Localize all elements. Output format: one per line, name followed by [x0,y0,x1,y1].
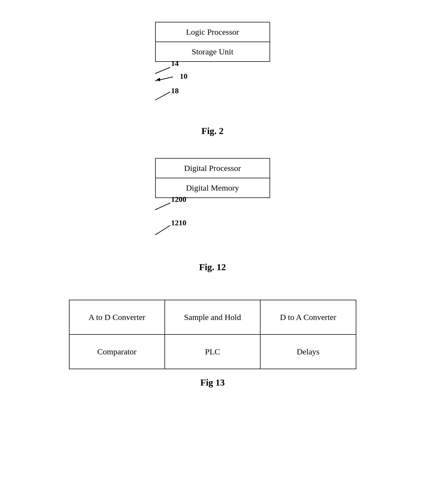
cell-a-to-d-converter: A to D Converter [69,300,165,334]
cell-d-to-a-converter: D to A Converter [260,300,356,334]
fig2-label-18: 18 [171,86,179,95]
fig2-label-10: 10 [180,72,187,80]
fig13-caption: Fig 13 [200,377,225,388]
fig2-storage-unit: Storage Unit [156,42,270,61]
fig12-label-1210: 1210 [171,219,186,227]
fig2-logic-processor: Logic Processor [156,22,270,42]
cell-comparator: Comparator [69,334,165,369]
fig2-section: Logic Processor Storage Unit 14 10 [155,22,270,136]
fig12-box: Digital Processor Digital Memory [155,158,270,198]
fig12-annotations-svg: 1200 1210 [155,198,215,253]
fig2-annotations-svg: 14 10 18 [155,62,210,116]
fig12-digital-memory: Digital Memory [156,178,270,197]
page-container: Logic Processor Storage Unit 14 10 [0,0,425,504]
svg-line-0 [155,67,170,74]
svg-marker-2 [157,78,160,81]
fig2-caption: Fig. 2 [201,126,224,136]
svg-line-5 [155,225,170,235]
fig13-section: A to D Converter Sample and Hold D to A … [69,300,356,388]
fig2-box: Logic Processor Storage Unit [155,22,270,62]
table-row: A to D Converter Sample and Hold D to A … [69,300,356,334]
cell-sample-and-hold: Sample and Hold [165,300,260,334]
fig2-label-14: 14 [171,59,179,68]
fig12-label-1200: 1200 [171,195,186,203]
svg-line-4 [155,203,170,210]
fig12-diagram: Digital Processor Digital Memory 1200 12… [155,158,270,254]
cell-plc: PLC [165,334,260,369]
fig12-digital-processor: Digital Processor [156,159,270,178]
fig13-table: A to D Converter Sample and Hold D to A … [69,300,356,369]
fig12-section: Digital Processor Digital Memory 1200 12… [155,158,270,272]
fig12-caption: Fig. 12 [199,262,226,272]
cell-delays: Delays [260,334,356,369]
table-row: Comparator PLC Delays [69,334,356,369]
svg-line-3 [155,92,170,100]
fig2-diagram: Logic Processor Storage Unit 14 10 [155,22,270,118]
